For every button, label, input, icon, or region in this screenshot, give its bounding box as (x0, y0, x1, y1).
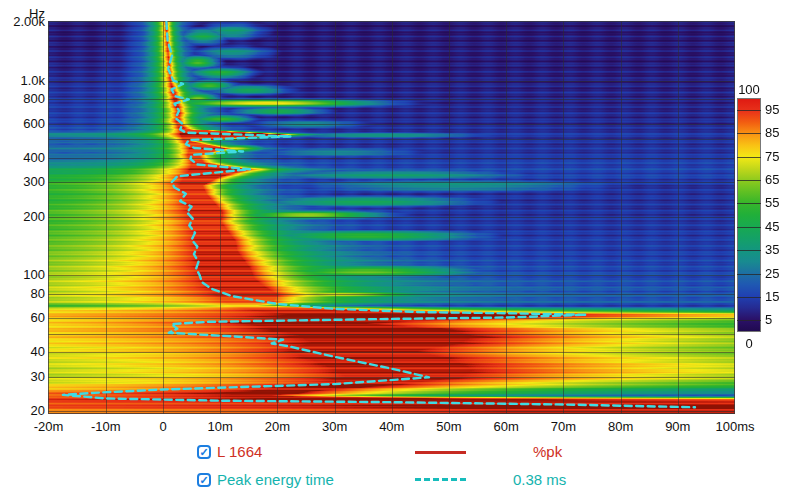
peak-energy-label[interactable]: Peak energy time (217, 471, 334, 488)
freq-tick-label: 100 (0, 267, 45, 282)
colorbar-tick-label: 65 (765, 172, 779, 187)
colorbar-tick-label: 55 (765, 195, 779, 210)
colorbar-tick-label: 25 (765, 266, 779, 281)
measurement-checkbox[interactable]: ✓ (197, 445, 211, 459)
freq-tick-label: 20 (0, 403, 45, 418)
freq-tick-label: 1.0k (0, 73, 45, 88)
time-tick-label: 90m (648, 419, 708, 434)
colorbar-tick-label: 85 (765, 125, 779, 140)
measurement-line-sample (415, 451, 466, 454)
spectrogram-canvas[interactable] (48, 21, 735, 414)
freq-tick-label: 300 (0, 174, 45, 189)
colorbar-tick-mark (737, 180, 761, 181)
measurement-label[interactable]: L 1664 (217, 443, 262, 460)
colorbar-tick-mark (737, 203, 761, 204)
colorbar-tick-mark (737, 250, 761, 251)
colorbar-tick-mark (737, 297, 761, 298)
freq-tick-label: 800 (0, 91, 45, 106)
time-tick-label: -10m (76, 419, 136, 434)
freq-tick-label: 600 (0, 116, 45, 131)
freq-tick-label: 400 (0, 150, 45, 165)
colorbar-tick-mark (737, 133, 761, 134)
time-tick-label: 0 (133, 419, 193, 434)
time-tick-label: 20m (247, 419, 307, 434)
colorbar-tick-label: 35 (765, 242, 779, 257)
measurement-value-unit: %pk (533, 443, 562, 460)
time-tick-label: 10m (190, 419, 250, 434)
freq-tick-label: 40 (0, 344, 45, 359)
time-tick-label: 100ms (705, 419, 765, 434)
peak-energy-checkbox[interactable]: ✓ (197, 473, 211, 487)
peak-energy-line-sample (415, 478, 466, 481)
time-tick-label: 30m (305, 419, 365, 434)
spectrogram-panel: Hz 2.00k1.0k8006004003002001008060403020… (0, 0, 800, 498)
colorbar-min-label: 0 (733, 336, 765, 351)
colorbar-tick-mark (737, 157, 761, 158)
colorbar-tick-mark (737, 227, 761, 228)
freq-tick-label: 30 (0, 369, 45, 384)
time-tick-label: 70m (533, 419, 593, 434)
time-tick-label: -20m (19, 419, 79, 434)
freq-tick-label: 2.00k (0, 14, 45, 29)
time-tick-label: 60m (476, 419, 536, 434)
time-tick-label: 50m (419, 419, 479, 434)
colorbar-tick-label: 15 (765, 289, 779, 304)
colorbar-max-label: 100 (733, 82, 765, 97)
colorbar-tick-label: 45 (765, 219, 779, 234)
freq-tick-label: 60 (0, 310, 45, 325)
colorbar-tick-mark (737, 320, 761, 321)
peak-energy-value: 0.38 ms (513, 471, 566, 488)
freq-tick-label: 200 (0, 209, 45, 224)
time-tick-label: 40m (362, 419, 422, 434)
colorbar-tick-label: 5 (765, 312, 772, 327)
colorbar-tick-label: 95 (765, 102, 779, 117)
freq-tick-label: 80 (0, 286, 45, 301)
time-tick-label: 80m (591, 419, 651, 434)
colorbar-tick-mark (737, 274, 761, 275)
colorbar-tick-label: 75 (765, 149, 779, 164)
colorbar-tick-mark (737, 110, 761, 111)
